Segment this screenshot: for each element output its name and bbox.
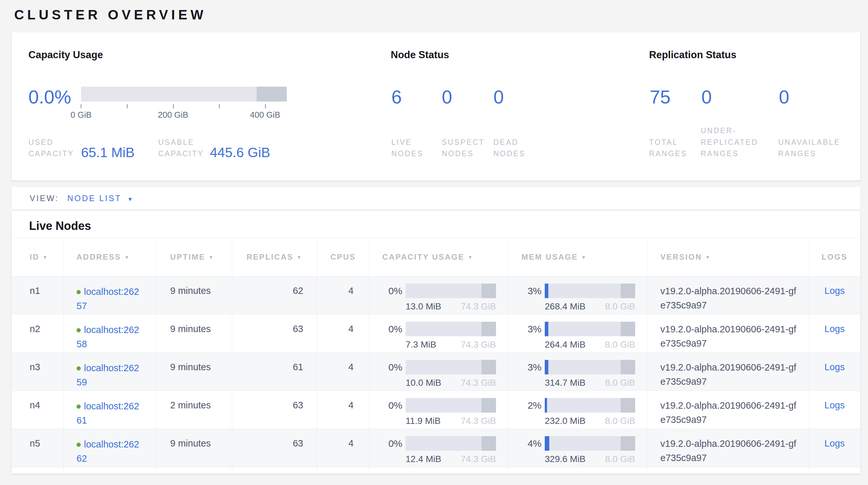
- logs-cell: Logs: [809, 429, 860, 467]
- node-address-link[interactable]: localhost:26259: [76, 363, 139, 387]
- bar-end-segment: [482, 436, 496, 451]
- bar-fill: [545, 360, 548, 374]
- used-capacity-value: 65.1 MiB: [81, 145, 135, 160]
- capacity-usage-cell: 0% 10.0 MiB 74.3 GiB: [369, 353, 508, 391]
- node-address-link[interactable]: localhost:26262: [76, 439, 139, 464]
- mem-mini-bar: [545, 436, 635, 451]
- bar-fill: [545, 398, 547, 412]
- sort-arrow-icon: ▼: [581, 254, 587, 260]
- mem-mini-bar: [545, 360, 635, 374]
- column-header-capacity-usage[interactable]: CAPACITY USAGE▼: [369, 238, 508, 276]
- usable-capacity-label: USABLE CAPACITY: [158, 137, 197, 160]
- mem-mini-bar: [545, 398, 635, 412]
- node-address-cell: localhost:26261: [63, 391, 156, 429]
- mem-usage-cell: 3% 268.4 MiB 8.0 GiB: [508, 277, 647, 314]
- mem-mini-bar: [545, 284, 635, 298]
- replicas-cell: 61: [232, 353, 317, 391]
- bar-fill: [545, 284, 548, 298]
- node-address-link[interactable]: localhost:26261: [76, 401, 139, 426]
- capacity-total-value: 74.3 GiB: [461, 301, 496, 312]
- replication-status-title: Replication Status: [649, 49, 736, 61]
- column-header-id[interactable]: ID▼: [11, 238, 63, 276]
- dead-nodes-count: 0: [493, 86, 504, 108]
- mem-percent: 3%: [514, 362, 541, 373]
- bar-end-segment: [621, 284, 635, 298]
- uptime-cell: 9 minutes: [156, 277, 232, 314]
- capacity-mini-bar: [406, 398, 496, 412]
- sort-arrow-icon: ▼: [468, 254, 473, 260]
- capacity-mini-bar: [406, 436, 496, 451]
- bar-end-segment: [621, 436, 635, 451]
- live-nodes-card: Live Nodes ID▼ ADDRESS▼ UPTIME▼ REPLICAS…: [11, 211, 860, 474]
- column-header-address[interactable]: ADDRESS▼: [63, 238, 156, 276]
- column-header-replicas[interactable]: REPLICAS▼: [232, 238, 317, 276]
- logs-link[interactable]: Logs: [825, 438, 845, 449]
- view-dropdown[interactable]: NODE LIST: [67, 194, 121, 203]
- sort-arrow-icon: ▼: [297, 254, 303, 260]
- mem-used-value: 314.7 MiB: [545, 378, 585, 388]
- column-header-mem-usage[interactable]: MEM USAGE▼: [508, 238, 647, 276]
- view-selector-bar: VIEW:NODE LIST▼: [11, 187, 860, 209]
- capacity-usage-cell: 0% 12.4 MiB 74.3 GiB: [369, 429, 508, 467]
- capacity-percent: 0%: [375, 286, 402, 296]
- node-address-cell: localhost:26259: [63, 353, 156, 391]
- node-address-link[interactable]: localhost:26258: [76, 325, 139, 349]
- table-row: n2 localhost:26258 9 minutes 63 4 0% 7.3…: [11, 315, 860, 353]
- live-status-dot-icon: [76, 366, 81, 371]
- table-row: n3 localhost:26259 9 minutes 61 4 0% 10.…: [11, 353, 860, 391]
- partial-next-row: [11, 467, 860, 473]
- capacity-percent: 0%: [375, 324, 402, 335]
- bar-end-segment: [482, 360, 496, 374]
- total-ranges-count: 75: [650, 86, 671, 108]
- mem-percent: 2%: [514, 400, 541, 411]
- node-address-link[interactable]: localhost:26257: [76, 286, 139, 311]
- dead-nodes-label: DEAD NODES: [493, 137, 532, 160]
- used-capacity-label: USED CAPACITY: [28, 137, 67, 160]
- table-row: n5 localhost:26262 9 minutes 63 4 0% 12.…: [11, 429, 860, 467]
- capacity-mini-bar: [406, 360, 496, 374]
- mem-usage-cell: 3% 314.7 MiB 8.0 GiB: [508, 353, 647, 391]
- logs-cell: Logs: [809, 353, 860, 391]
- live-status-dot-icon: [76, 404, 81, 409]
- mem-usage-cell: 2% 232.0 MiB 8.0 GiB: [508, 391, 647, 429]
- version-cell: v19.2.0-alpha.20190606-2491-gfe735c9a97: [647, 277, 809, 314]
- cpus-cell: 4: [317, 429, 369, 467]
- logs-link[interactable]: Logs: [825, 286, 845, 296]
- column-header-cpus: CPUS: [317, 238, 369, 276]
- cluster-summary-card: Capacity Usage 0.0% 0 GiB 200 GiB 400 Gi…: [11, 32, 860, 180]
- column-header-version[interactable]: VERSION▼: [647, 238, 809, 276]
- capacity-usage-bar: [81, 87, 287, 102]
- live-nodes-count: 6: [392, 86, 402, 108]
- capacity-total-value: 74.3 GiB: [461, 378, 496, 388]
- cpus-cell: 4: [317, 277, 369, 314]
- unavailable-label: UNAVAILABLE RANGES: [778, 137, 852, 160]
- live-nodes-title: Live Nodes: [29, 219, 91, 233]
- version-cell: v19.2.0-alpha.20190606-2491-gfe735c9a97: [647, 315, 809, 352]
- chevron-down-icon[interactable]: ▼: [127, 196, 133, 202]
- node-address-cell: localhost:26262: [63, 429, 156, 467]
- bar-end-segment: [621, 360, 635, 374]
- axis-tick: [265, 104, 266, 108]
- replicas-cell: 63: [232, 315, 317, 352]
- bar-end-segment: [621, 398, 635, 412]
- capacity-mini-bar: [406, 322, 496, 336]
- logs-link[interactable]: Logs: [825, 324, 845, 334]
- uptime-cell: 9 minutes: [156, 315, 232, 352]
- bar-end-segment: [482, 398, 496, 412]
- suspect-nodes-label: SUSPECT NODES: [442, 137, 490, 160]
- usable-capacity-value: 445.6 GiB: [210, 145, 270, 160]
- column-header-uptime[interactable]: UPTIME▼: [156, 238, 232, 276]
- logs-link[interactable]: Logs: [825, 400, 845, 410]
- capacity-total-value: 74.3 GiB: [461, 416, 496, 426]
- under-replicated-count: 0: [702, 86, 712, 108]
- axis-tick: [173, 104, 174, 108]
- sort-arrow-icon: ▼: [124, 254, 130, 260]
- logs-link[interactable]: Logs: [825, 362, 845, 372]
- view-label: VIEW:: [30, 194, 59, 203]
- mem-percent: 3%: [514, 324, 541, 335]
- logs-cell: Logs: [809, 391, 860, 429]
- table-row: n4 localhost:26261 2 minutes 63 4 0% 11.…: [11, 391, 860, 429]
- capacity-usage-cell: 0% 13.0 MiB 74.3 GiB: [369, 277, 508, 314]
- bar-fill: [545, 322, 548, 336]
- mem-used-value: 268.4 MiB: [545, 301, 585, 312]
